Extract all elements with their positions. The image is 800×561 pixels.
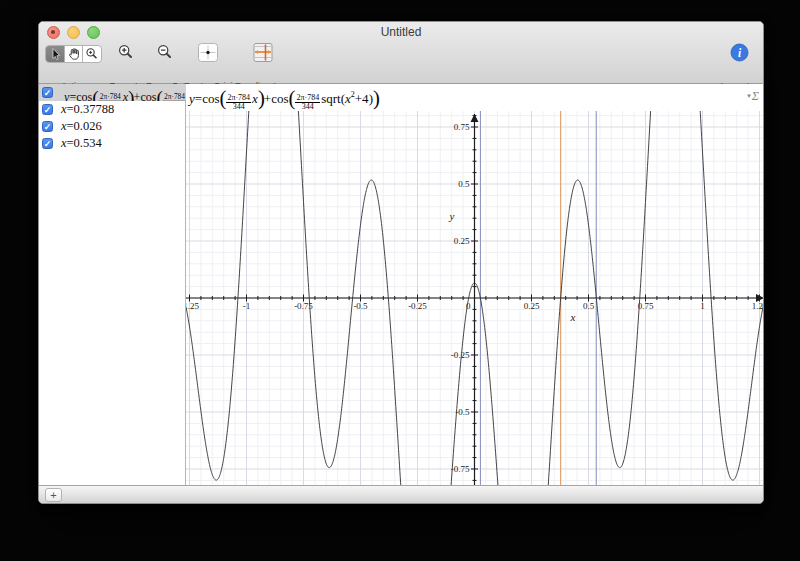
graph-pane: y=cos(2π·784344x)+cos(2π·784344sqrt(x2+4… <box>186 84 764 485</box>
equalize-axes-button[interactable]: Equalize Axes <box>235 40 291 67</box>
formula-token: cos <box>202 91 219 106</box>
y-tick-label: -0.75 <box>451 464 470 474</box>
checkbox-checked-icon[interactable]: ✓ <box>42 121 53 132</box>
equation-4-text: x=0.534 <box>61 136 102 151</box>
x-axis-label: x <box>570 311 576 323</box>
equation-formula[interactable]: y=cos(2π·784344x)+cos(2π·784344sqrt(x2+4… <box>189 86 379 111</box>
zoom-in-button[interactable]: Zoom In <box>108 40 144 67</box>
formula-token: +4 <box>355 91 369 106</box>
y-tick-label: -0.5 <box>455 407 470 417</box>
formula-token: ( <box>92 86 98 101</box>
equation-editor-bar[interactable]: y=cos(2π·784344x)+cos(2π·784344sqrt(x2+4… <box>186 84 764 111</box>
sigma-icon: Σ <box>752 89 759 103</box>
equation-menu-button[interactable]: ▾Σ <box>747 89 759 104</box>
zoom-tool-button[interactable] <box>83 46 101 62</box>
formula-token: ( <box>219 86 225 109</box>
window-title: Untitled <box>39 25 763 39</box>
x-tick-label: 0.25 <box>524 301 540 311</box>
equalize-axes-icon <box>252 42 275 63</box>
dropdown-arrow-icon: ▾ <box>747 92 751 100</box>
y-tick-label: 0.25 <box>454 236 470 246</box>
equation-3-text: x=0.026 <box>61 119 102 134</box>
center-origin-button[interactable]: Center Origin <box>184 40 231 67</box>
formula-token: 2π·784344 <box>295 94 320 111</box>
y-axis-label: y <box>449 210 455 222</box>
x-tick-label: 0.75 <box>638 301 654 311</box>
formula-token: cos <box>140 90 156 101</box>
equation-row-1[interactable]: ✓ y=cos(2π·784344x)+cos(2π·784344sqrt(x2… <box>39 84 186 101</box>
x-tick-label: 0.5 <box>583 301 595 311</box>
equation-list-sidebar: ✓ y=cos(2π·784344x)+cos(2π·784344sqrt(x2… <box>39 84 186 485</box>
magnifier-icon <box>84 46 100 62</box>
plot-canvas[interactable]: -1.25-1-0.75-0.5-0.2500.250.50.7511.250.… <box>186 111 764 485</box>
formula-token: ) <box>373 86 379 109</box>
formula-token: ( <box>289 86 295 109</box>
add-equation-button[interactable]: + <box>45 488 62 502</box>
equation-2-text: x=0.37788 <box>61 102 114 117</box>
x-tick-label: -0.75 <box>294 301 313 311</box>
axes <box>186 114 764 485</box>
zoom-in-icon <box>116 43 136 63</box>
formula-token: cos <box>271 91 288 106</box>
equation-2-value: =0.37788 <box>67 102 115 116</box>
equation-row-2[interactable]: ✓ x=0.37788 <box>39 101 186 118</box>
inspector-button[interactable]: i Inspector <box>718 40 760 66</box>
equation-3-value: =0.026 <box>67 119 102 133</box>
x-tick-label: -0.25 <box>408 301 427 311</box>
action-segmented-control <box>45 45 102 63</box>
x-tick-label: -1.25 <box>186 301 199 311</box>
y-tick-label: 0.75 <box>454 122 470 132</box>
info-icon: i <box>730 43 749 62</box>
pan-tool-button[interactable] <box>65 46 84 62</box>
y-tick-label: 0.5 <box>458 179 470 189</box>
formula-token: 2π·784344 <box>226 94 251 111</box>
zoom-out-icon <box>155 43 175 63</box>
x-tick-label: -0.5 <box>353 301 368 311</box>
bottom-bar: + <box>39 485 764 504</box>
checkbox-checked-icon[interactable]: ✓ <box>42 104 53 115</box>
equation-row-4[interactable]: ✓ x=0.534 <box>39 135 186 152</box>
x-tick-label: -1 <box>243 301 251 311</box>
formula-token: ( <box>157 86 163 101</box>
equation-1-formula: y=cos(2π·784344x)+cos(2π·784344sqrt(x2+4… <box>64 86 186 101</box>
formula-token: cos <box>76 90 92 101</box>
checkbox-checked-icon[interactable]: ✓ <box>42 87 53 98</box>
checkbox-checked-icon[interactable]: ✓ <box>42 138 53 149</box>
formula-token: sqrt <box>321 91 341 106</box>
main-content: ✓ y=cos(2π·784344x)+cos(2π·784344sqrt(x2… <box>39 84 764 485</box>
window-chrome: Untitled Ac <box>39 22 763 84</box>
equation-row-3[interactable]: ✓ x=0.026 <box>39 118 186 135</box>
zoom-out-button[interactable]: Zoom Out <box>146 40 184 67</box>
hand-icon <box>66 46 82 62</box>
cursor-arrow-icon <box>47 46 63 62</box>
select-tool-button[interactable] <box>46 46 65 62</box>
center-origin-icon <box>197 42 219 63</box>
x-tick-label: 1 <box>700 301 705 311</box>
equation-4-value: =0.534 <box>67 136 102 150</box>
app-window: Untitled Ac <box>38 21 764 504</box>
formula-token: 2π·784344 <box>99 93 122 101</box>
y-tick-label: -0.25 <box>451 350 470 360</box>
formula-token: 2π·784344 <box>163 93 186 101</box>
